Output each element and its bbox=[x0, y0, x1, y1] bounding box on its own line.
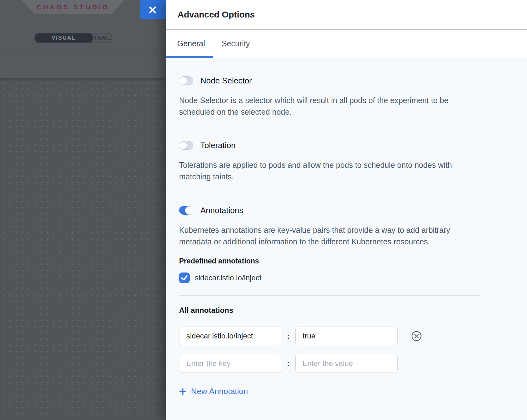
node-selector-toggle[interactable] bbox=[179, 76, 193, 85]
key-value-separator: : bbox=[287, 359, 290, 368]
chaos-studio-banner-label: CHAOS STUDIO bbox=[37, 3, 109, 11]
toggle-knob bbox=[179, 77, 187, 85]
visual-yaml-switcher: VISUAL YAML bbox=[34, 33, 112, 43]
annotation-value-input[interactable] bbox=[295, 354, 398, 373]
remove-annotation-button[interactable] bbox=[411, 330, 422, 342]
app-window: CHAOS STUDIO VISUAL YAML Advanced Option… bbox=[0, 0, 527, 420]
chaos-studio-banner: CHAOS STUDIO bbox=[22, 0, 124, 14]
annotations-label: Annotations bbox=[200, 206, 243, 215]
node-selector-description: Node Selector is a selector which will r… bbox=[179, 95, 480, 118]
tab-general[interactable]: General bbox=[177, 39, 205, 48]
annotation-key-input[interactable] bbox=[179, 354, 281, 373]
toggle-knob bbox=[179, 141, 187, 150]
predefined-annotations-heading: Predefined annotations bbox=[179, 257, 480, 265]
annotation-key-input[interactable] bbox=[179, 327, 281, 345]
new-annotation-label: New Annotation bbox=[191, 387, 248, 396]
toggle-knob bbox=[185, 206, 193, 215]
page-title: Advanced Options bbox=[178, 10, 255, 20]
close-panel-button[interactable] bbox=[140, 0, 166, 19]
check-icon bbox=[181, 275, 188, 281]
annotation-value-input[interactable] bbox=[295, 327, 398, 345]
node-selector-label: Node Selector bbox=[200, 76, 252, 86]
active-tab-underline bbox=[166, 56, 213, 58]
remove-circle-x-icon bbox=[411, 330, 422, 342]
new-annotation-button[interactable]: New Annotation bbox=[179, 387, 248, 396]
toleration-row: Toleration bbox=[179, 140, 480, 151]
yaml-view-button[interactable]: YAML bbox=[93, 33, 112, 42]
general-tab-content: Node Selector Node Selector is a selecto… bbox=[166, 57, 527, 409]
annotations-row: Annotations bbox=[179, 205, 480, 216]
panel-tabs: General Security bbox=[166, 30, 527, 57]
chaos-studio-canvas: CHAOS STUDIO VISUAL YAML bbox=[0, 0, 166, 420]
annotations-description: Kubernetes annotations are key-value pai… bbox=[179, 224, 480, 248]
toolbar-divider bbox=[0, 53, 166, 53]
visual-view-button[interactable]: VISUAL bbox=[34, 33, 93, 43]
toleration-description: Tolerations are applied to pods and allo… bbox=[179, 159, 480, 182]
toleration-toggle[interactable] bbox=[179, 141, 193, 150]
plus-icon bbox=[179, 388, 187, 395]
close-icon bbox=[148, 6, 157, 14]
predefined-annotation-item: sidecar.istio.io/inject bbox=[179, 272, 480, 283]
experiment-dot-grid-canvas bbox=[0, 78, 166, 420]
sidecar-inject-checkbox[interactable] bbox=[179, 272, 190, 283]
toleration-label: Toleration bbox=[200, 141, 236, 150]
node-selector-row: Node Selector bbox=[179, 75, 480, 86]
advanced-options-panel: Advanced Options General Security Node S… bbox=[166, 0, 527, 420]
tab-security[interactable]: Security bbox=[222, 39, 250, 48]
annotations-toggle[interactable] bbox=[179, 206, 193, 215]
key-value-separator: : bbox=[287, 331, 290, 341]
panel-header: Advanced Options bbox=[166, 0, 527, 30]
all-annotations-heading: All annotations bbox=[179, 306, 480, 315]
annotation-row: : bbox=[179, 327, 480, 345]
sidecar-inject-checkbox-label: sidecar.istio.io/inject bbox=[195, 273, 261, 282]
annotation-row: : bbox=[179, 354, 480, 373]
section-divider bbox=[179, 295, 480, 296]
